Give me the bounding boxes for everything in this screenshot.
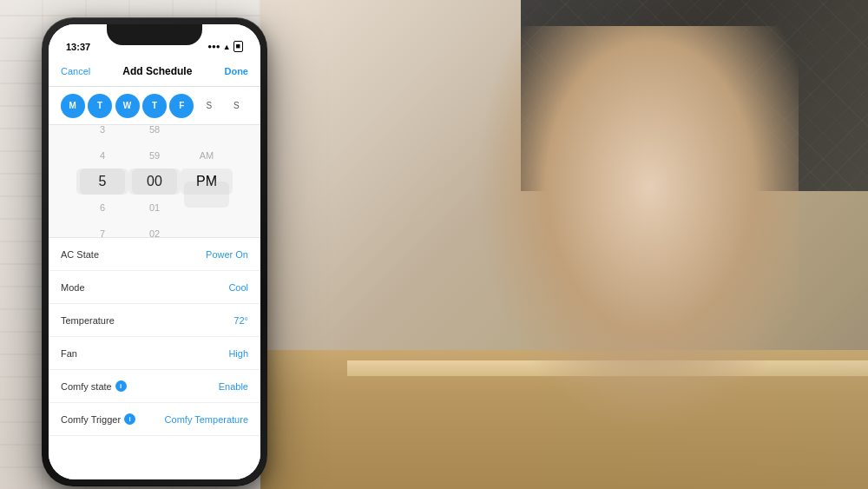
phone: 13:37 ●●● ▲ ■ Cancel Add Schedule Done M… <box>42 17 267 486</box>
settings-area: AC State Power On Mode Cool Temperature … <box>49 238 260 479</box>
period-pm-selected: PM <box>181 169 233 195</box>
done-button[interactable]: Done <box>224 66 248 76</box>
comfy-state-label: Comfy state i <box>61 380 127 392</box>
ac-state-value: Power On <box>206 249 248 260</box>
setting-comfy-state[interactable]: Comfy state i Enable <box>49 370 260 403</box>
hour-4: 4 <box>76 142 128 169</box>
temperature-value: 72° <box>233 315 248 326</box>
minute-01: 01 <box>128 195 181 221</box>
hour-6: 6 <box>76 195 128 221</box>
setting-mode[interactable]: Mode Cool <box>49 271 260 304</box>
comfy-state-value: Enable <box>219 381 248 392</box>
hour-column[interactable]: 3 4 5 6 7 <box>76 125 128 238</box>
temperature-label: Temperature <box>61 315 115 326</box>
day-wednesday[interactable]: W <box>115 94 140 118</box>
phone-notch <box>107 24 202 45</box>
minute-02: 02 <box>128 221 181 239</box>
minute-59: 59 <box>128 142 181 169</box>
battery-icon: ■ <box>233 41 243 52</box>
day-thursday[interactable]: T <box>142 94 167 118</box>
ac-state-label: AC State <box>61 249 99 260</box>
minute-58: 58 <box>128 125 181 142</box>
day-monday[interactable]: M <box>61 94 85 118</box>
cancel-button[interactable]: Cancel <box>61 66 90 76</box>
fan-label: Fan <box>61 348 77 359</box>
hour-7: 7 <box>76 221 128 239</box>
time-picker[interactable]: 3 4 5 6 7 58 59 00 01 02 AM PM <box>49 125 260 238</box>
minute-column[interactable]: 58 59 00 01 02 <box>128 125 181 238</box>
status-time: 13:37 <box>66 42 90 52</box>
comfy-trigger-info-icon[interactable]: i <box>124 413 135 425</box>
nav-title: Add Schedule <box>122 65 192 77</box>
signal-icon: ●●● <box>207 43 220 50</box>
setting-fan[interactable]: Fan High <box>49 337 260 370</box>
day-friday[interactable]: F <box>169 94 194 118</box>
comfy-state-info-icon[interactable]: i <box>115 380 127 392</box>
fan-value: High <box>228 348 248 359</box>
mode-label: Mode <box>61 282 85 293</box>
days-row: M T W T F S S <box>49 87 260 125</box>
hour-3: 3 <box>76 125 128 142</box>
setting-temperature[interactable]: Temperature 72° <box>49 304 260 337</box>
comfy-trigger-value: Comfy Temperature <box>165 414 248 425</box>
wifi-icon: ▲ <box>223 43 231 51</box>
person-silhouette <box>469 26 799 486</box>
nav-bar: Cancel Add Schedule Done <box>49 56 260 87</box>
day-sunday[interactable]: S <box>224 94 248 118</box>
setting-ac-state[interactable]: AC State Power On <box>49 238 260 271</box>
minute-00-selected: 00 <box>128 169 181 195</box>
day-saturday[interactable]: S <box>197 94 221 118</box>
period-am: AM <box>181 142 233 169</box>
mode-value: Cool <box>228 282 248 293</box>
period-empty <box>181 195 233 221</box>
status-icons: ●●● ▲ ■ <box>207 41 243 52</box>
phone-screen: 13:37 ●●● ▲ ■ Cancel Add Schedule Done M… <box>49 24 260 479</box>
comfy-trigger-label: Comfy Trigger i <box>61 413 135 425</box>
day-tuesday[interactable]: T <box>88 94 112 118</box>
period-column[interactable]: AM PM <box>181 142 233 221</box>
hour-5-selected: 5 <box>76 169 128 195</box>
setting-comfy-trigger[interactable]: Comfy Trigger i Comfy Temperature <box>49 403 260 436</box>
